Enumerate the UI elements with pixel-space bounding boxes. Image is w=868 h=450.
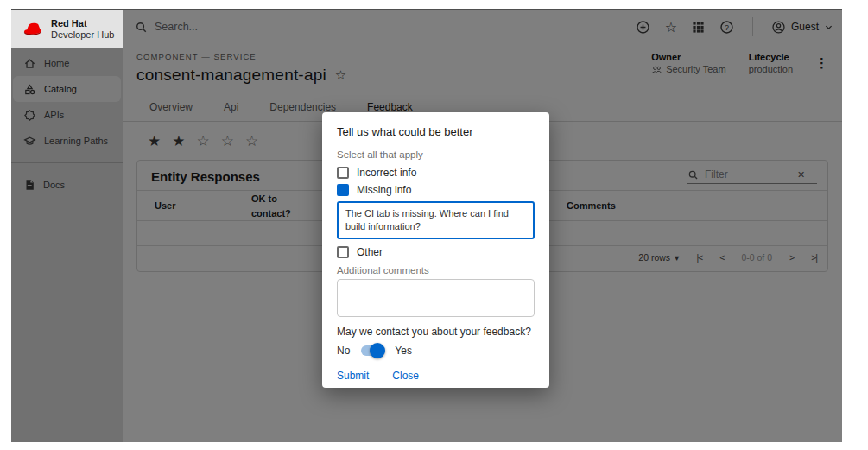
modal-subtitle: Select all that apply xyxy=(337,149,535,160)
checkbox-checked-icon xyxy=(337,184,349,196)
additional-comments-label: Additional comments xyxy=(337,265,535,276)
feedback-modal: Tell us what could be better Select all … xyxy=(322,112,549,388)
checkbox-label: Other xyxy=(357,246,383,258)
logo-text: Red Hat Developer Hub xyxy=(51,18,114,40)
checkbox-icon xyxy=(337,167,349,179)
checkbox-other[interactable]: Other xyxy=(337,246,535,258)
checkbox-missing-info[interactable]: Missing info xyxy=(337,184,535,196)
checkbox-label: Incorrect info xyxy=(357,167,416,179)
checkbox-icon xyxy=(337,246,349,258)
toggle-thumb xyxy=(370,343,385,358)
submit-button[interactable]: Submit xyxy=(337,370,369,382)
redhat-logo-icon xyxy=(22,21,45,38)
additional-comments-textarea[interactable] xyxy=(337,279,535,317)
toggle-on-label: Yes xyxy=(395,345,412,357)
toggle-off-label: No xyxy=(337,345,350,357)
contact-question: May we contact you about your feedback? xyxy=(337,326,535,338)
contact-toggle[interactable] xyxy=(361,345,383,356)
app-window: Home Catalog APIs Learning Paths Docs xyxy=(11,9,842,442)
checkbox-incorrect-info[interactable]: Incorrect info xyxy=(337,167,535,179)
checkbox-label: Missing info xyxy=(357,184,411,196)
logo[interactable]: Red Hat Developer Hub xyxy=(11,10,123,48)
modal-title: Tell us what could be better xyxy=(337,125,535,138)
logo-line2: Developer Hub xyxy=(51,29,114,41)
close-button[interactable]: Close xyxy=(392,370,419,382)
missing-info-textarea[interactable]: The CI tab is missing. Where can I find … xyxy=(337,201,535,239)
logo-line1: Red Hat xyxy=(51,18,114,29)
